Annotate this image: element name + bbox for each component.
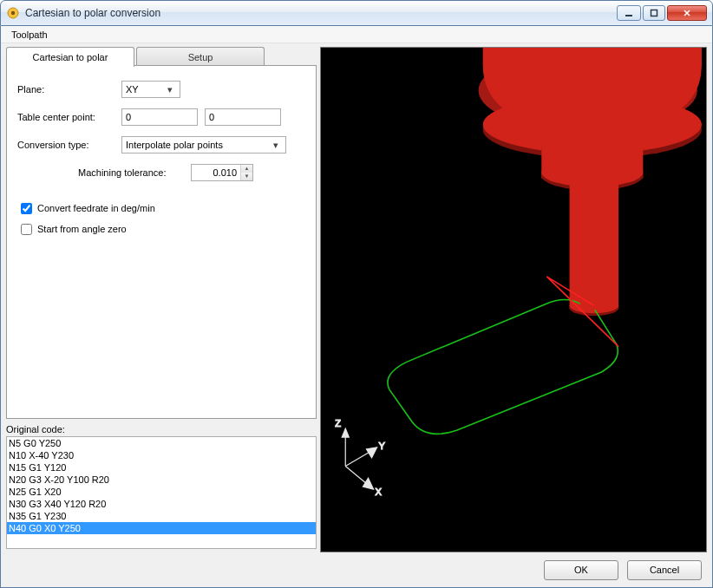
code-line[interactable]: N25 G1 X20 [7,486,316,498]
menu-bar: Toolpath [1,26,712,43]
dialog-buttons: OK Cancel [1,552,712,587]
convert-feedrate-label: Convert feedrate in deg/min [37,203,155,213]
svg-line-16 [345,451,371,467]
toolpath-render [388,277,618,434]
code-line[interactable]: N10 X-40 Y230 [7,449,316,461]
conversion-type-label: Conversion type: [17,140,121,150]
cancel-button[interactable]: Cancel [627,560,702,580]
close-button[interactable] [667,5,707,21]
menu-toolpath[interactable]: Toolpath [6,28,53,42]
axis-y-label: Y [379,441,386,451]
svg-rect-12 [570,181,619,310]
ok-button[interactable]: OK [544,560,618,580]
start-angle-zero-label: Start from angle zero [37,224,127,234]
tab-label: Setup [188,52,213,62]
maximize-button[interactable] [643,5,665,21]
axis-triad: Z Y X [335,418,386,497]
window-body: Toolpath Cartesian to polar Setup Plane:… [0,26,713,588]
axis-x-label: X [376,487,383,497]
title-bar: Cartesian to polar conversion [0,0,713,26]
window-controls [617,5,707,21]
conversion-type-select[interactable]: Interpolate polar points ▾ [121,136,286,154]
plane-label: Plane: [17,84,121,95]
ok-label: OK [574,565,588,575]
code-line[interactable]: N35 G1 Y230 [7,510,316,522]
original-code-list[interactable]: N5 G0 Y250N10 X-40 Y230N15 G1 Y120N20 G3… [6,436,317,549]
cancel-label: Cancel [650,565,679,575]
convert-feedrate-checkbox[interactable] [21,203,32,214]
svg-point-1 [11,11,15,15]
code-line[interactable]: N5 G0 Y250 [7,437,316,449]
code-line[interactable]: N15 G1 Y120 [7,461,316,474]
code-line[interactable]: N40 G0 X0 Y250 [7,522,316,534]
svg-rect-2 [625,15,632,16]
center-x-input[interactable] [121,108,198,126]
tab-cartesian-to-polar[interactable]: Cartesian to polar [6,47,134,67]
tab-setup[interactable]: Setup [136,47,265,66]
code-line[interactable]: N20 G3 X-20 Y100 R20 [7,474,316,486]
axis-z-label: Z [335,418,341,428]
conversion-type-value: Interpolate polar points [126,140,223,150]
viewport-3d[interactable]: Z Y X [320,47,707,552]
plane-value: XY [126,84,139,95]
spin-down-icon[interactable]: ▼ [241,173,252,180]
center-label: Table center point: [17,112,121,122]
plane-select[interactable]: XY ▾ [121,81,180,98]
minimize-button[interactable] [617,5,641,21]
tolerance-label: Machining tolerance: [78,167,191,178]
original-code-label: Original code: [6,424,317,434]
tolerance-input[interactable] [192,165,240,180]
tool-render [479,48,706,316]
window-title: Cartesian to polar conversion [25,7,617,19]
tolerance-stepper[interactable]: ▲ ▼ [191,164,253,181]
left-panel: Cartesian to polar Setup Plane: XY ▾ Tab… [6,47,317,552]
svg-line-17 [345,467,368,486]
tab-label: Cartesian to polar [33,52,108,62]
tab-strip: Cartesian to polar Setup [6,47,317,66]
tab-page-cartesian: Plane: XY ▾ Table center point: Conversi… [6,65,317,419]
chevron-down-icon: ▾ [269,140,282,151]
start-angle-zero-checkbox[interactable] [21,224,32,235]
content-area: Cartesian to polar Setup Plane: XY ▾ Tab… [1,43,712,552]
chevron-down-icon: ▾ [163,84,176,95]
svg-rect-3 [651,10,657,16]
app-icon [6,6,20,20]
code-line[interactable]: N30 G3 X40 Y120 R20 [7,498,316,510]
spin-up-icon[interactable]: ▲ [241,165,252,173]
center-y-input[interactable] [205,108,281,126]
